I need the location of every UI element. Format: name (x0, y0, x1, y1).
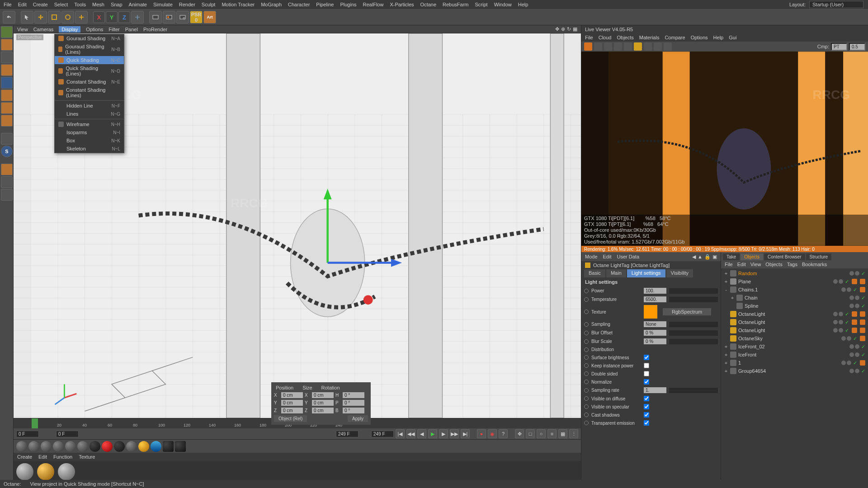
visibility-dots[interactable] (833, 279, 843, 284)
psr-button[interactable]: PSR0 (190, 11, 203, 23)
menu-simulate[interactable]: Simulate (153, 2, 173, 7)
obj-menu-file[interactable]: File (725, 262, 733, 267)
matball-7[interactable] (90, 441, 100, 452)
attr-slider[interactable] (669, 297, 718, 302)
attr-tab-basic[interactable]: Basic (584, 269, 605, 277)
matball-13[interactable] (163, 441, 174, 452)
obj-menu-bookmarks[interactable]: Bookmarks (802, 262, 827, 267)
tree-row[interactable]: +Group64654✓ (722, 367, 867, 375)
attr-menu-edit[interactable]: Edit (603, 254, 612, 259)
menu-mograph[interactable]: MoGraph (261, 2, 282, 7)
rotation-input[interactable] (343, 408, 364, 413)
tree-expand-icon[interactable]: + (724, 352, 728, 357)
object-tag-icon[interactable] (852, 311, 857, 317)
lv-refresh-button[interactable] (594, 42, 602, 51)
tweak-button[interactable] (1, 133, 13, 145)
attr-value-input[interactable] (644, 296, 666, 302)
position-input[interactable] (281, 392, 303, 398)
display-menu-item[interactable]: IsoparmsN~I (55, 128, 124, 136)
vp-menu-filter[interactable]: Filter (108, 27, 119, 32)
move-tool[interactable] (34, 11, 47, 23)
menu-edit[interactable]: Edit (18, 2, 27, 7)
obj-menu-objects[interactable]: Objects (765, 262, 782, 267)
visibility-dots[interactable] (849, 296, 859, 300)
display-menu-item[interactable]: Hidden LineN~F (55, 102, 124, 110)
prev-key-button[interactable]: ◀◀ (406, 429, 415, 438)
attr-anim-dot[interactable] (584, 388, 589, 393)
lv-region-button[interactable] (654, 42, 662, 51)
menu-xparticles[interactable]: X-Particles (390, 2, 414, 7)
attr-tab-main[interactable]: Main (606, 269, 626, 277)
display-menu-item[interactable]: Quick ShadingN~C (55, 56, 124, 64)
tree-expand-icon[interactable]: + (724, 344, 728, 349)
vp-menu-display[interactable]: Display (59, 26, 80, 33)
scale-tool[interactable] (48, 11, 61, 23)
lv-menu-materials[interactable]: Materials (639, 35, 660, 40)
enable-check-icon[interactable]: ✓ (845, 328, 849, 333)
attr-slider[interactable] (669, 322, 718, 327)
enable-check-icon[interactable]: ✓ (853, 287, 857, 293)
attr-menu-userdata[interactable]: User Data (617, 254, 640, 259)
menu-realflow[interactable]: RealFlow (363, 2, 384, 7)
attr-slider[interactable] (669, 288, 718, 294)
rotate-tool[interactable] (61, 11, 74, 23)
attr-checkbox[interactable] (644, 379, 649, 385)
play-button[interactable]: ▶ (428, 429, 437, 438)
menu-sculpt[interactable]: Sculpt (202, 2, 216, 7)
visibility-dots[interactable] (849, 352, 859, 357)
lv-val-field[interactable] (849, 43, 865, 51)
attr-anim-dot[interactable] (584, 371, 589, 376)
vp-menu-panel[interactable]: Panel (125, 27, 138, 32)
lv-menu-objects[interactable]: Objects (617, 35, 633, 40)
object-tag-icon[interactable] (852, 319, 857, 325)
tree-expand-icon[interactable]: + (724, 279, 728, 284)
lv-pick-button[interactable] (664, 42, 672, 51)
object-tag-icon[interactable] (860, 287, 865, 292)
attr-new-icon[interactable]: ▣ (712, 254, 717, 260)
enable-check-icon[interactable]: ✓ (861, 352, 865, 358)
matball-11[interactable] (138, 441, 149, 452)
enable-check-icon[interactable]: ✓ (845, 279, 849, 285)
matball-2[interactable] (28, 441, 39, 452)
display-menu-item[interactable]: Constant Shading (Lines) (55, 86, 124, 99)
vp-menu-prorender[interactable]: ProRender (143, 27, 167, 32)
attr-back-icon[interactable]: ◀ (692, 254, 696, 260)
matball-14[interactable] (175, 441, 186, 452)
attr-slider[interactable] (669, 330, 718, 336)
attr-checkbox[interactable] (644, 420, 649, 426)
menu-create[interactable]: Create (33, 2, 48, 7)
attr-anim-dot[interactable] (584, 289, 589, 293)
lv-menu-compare[interactable]: Compare (665, 35, 685, 40)
tree-row[interactable]: +Random✓ (722, 269, 867, 277)
live-render-view[interactable]: RRCG GTX 1080 Ti[PDT][6.1] %58 58°C GTX … (581, 52, 868, 246)
attr-checkbox[interactable] (644, 363, 649, 368)
mat-tab-create[interactable]: Create (17, 454, 32, 460)
attr-value-input[interactable] (644, 288, 666, 294)
menu-mesh[interactable]: Mesh (92, 2, 104, 7)
attr-checkbox[interactable] (644, 371, 649, 376)
attr-slider[interactable] (669, 339, 718, 344)
visibility-dots[interactable] (849, 304, 859, 308)
rotation-input[interactable] (343, 392, 364, 398)
prev-frame-button[interactable]: ◀ (417, 429, 426, 438)
menu-tools[interactable]: Tools (74, 2, 86, 7)
object-mode-button[interactable] (1, 39, 13, 51)
attr-anim-dot[interactable] (584, 322, 589, 327)
attr-tab-visibility[interactable]: Visibility (666, 269, 693, 277)
attr-value-input[interactable] (644, 387, 666, 393)
attr-anim-dot[interactable] (584, 331, 589, 335)
enable-check-icon[interactable]: ✓ (861, 295, 865, 301)
uv-poly-button[interactable] (1, 102, 13, 114)
menu-script[interactable]: Script (475, 2, 488, 7)
attr-menu-mode[interactable]: Mode (585, 254, 598, 259)
matball-3[interactable] (41, 441, 52, 452)
lv-cmp-field[interactable] (831, 43, 847, 51)
visibility-dots[interactable] (833, 328, 843, 333)
object-tag-icon[interactable] (860, 336, 865, 341)
coord-apply-button[interactable]: Apply (348, 415, 368, 422)
attr-checkbox[interactable] (644, 404, 649, 409)
menu-snap[interactable]: Snap (111, 2, 123, 7)
record-button[interactable]: ● (477, 429, 486, 438)
attr-tab-lightsettings[interactable]: Light settings (627, 269, 665, 277)
obj-tab-take[interactable]: Take (723, 253, 740, 260)
